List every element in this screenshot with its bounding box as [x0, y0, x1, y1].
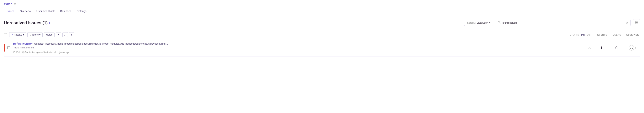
issue-id: VUE-1	[13, 51, 20, 54]
clock-icon: ⊙	[30, 34, 31, 36]
page-content: Unresolved Issues (1) ▾ Sort by: Last Se…	[0, 15, 644, 60]
page-title[interactable]: Unresolved Issues (1) ▾	[4, 20, 50, 25]
sparkline-chart	[567, 45, 592, 51]
page-header: Unresolved Issues (1) ▾ Sort by: Last Se…	[4, 19, 640, 26]
resolve-button[interactable]: ✓ Resolve ▾	[9, 32, 26, 37]
check-icon: ✓	[11, 34, 13, 36]
issue-time-text: 5 minutes ago — 5 minutes old	[25, 51, 57, 54]
issue-graph	[566, 45, 593, 51]
graph-24h-label[interactable]: 24h	[580, 33, 585, 36]
play-button[interactable]: ▶	[69, 32, 74, 37]
svg-point-7	[636, 23, 636, 24]
tab-releases[interactable]: Releases	[58, 7, 74, 15]
merge-label: Merge	[46, 33, 52, 36]
assignee-col-header: ASSIGNEE	[625, 33, 640, 36]
assignee-avatar	[629, 45, 634, 51]
play-icon: ▶	[71, 33, 72, 36]
star-bookmark-button[interactable]: ★	[56, 32, 61, 37]
resolve-label: Resolve	[14, 33, 22, 36]
issue-title-line: ReferenceError webpack-internal:///./nod…	[13, 42, 564, 45]
clock-icon	[22, 51, 24, 53]
sort-label: Sort by:	[467, 21, 476, 24]
assignee-chevron-icon[interactable]: ▾	[635, 47, 636, 49]
issue-time: 5 minutes ago — 5 minutes old	[22, 51, 57, 54]
severity-indicator	[4, 44, 4, 52]
issue-type[interactable]: ReferenceError	[13, 42, 33, 45]
issues-toolbar: ✓ Resolve ▾ ⊙ Ignore ▾ Merge ★ ... ▶ GRA…	[4, 30, 640, 39]
search-clear-icon[interactable]: ✕	[626, 21, 628, 24]
issue-checkbox[interactable]	[7, 46, 10, 49]
issue-events-count: 1	[595, 46, 608, 50]
star-icon[interactable]: ★	[14, 2, 16, 5]
events-col-header: EVENTS	[596, 33, 609, 36]
merge-button[interactable]: Merge	[44, 32, 54, 37]
issue-content: ReferenceError webpack-internal:///./nod…	[13, 42, 564, 54]
issue-tag: javascript	[60, 51, 69, 54]
sort-button[interactable]: Sort by: Last Seen ▾	[464, 20, 493, 26]
issue-assignee[interactable]: ▾	[625, 45, 640, 51]
tab-user-feedback[interactable]: User Feedback	[34, 7, 58, 15]
search-container: ✕	[496, 20, 630, 26]
issue-meta: VUE-1 5 minutes ago — 5 minutes old java…	[13, 51, 564, 54]
issue-message: webpack-internal:///./node_modules/babel…	[34, 42, 169, 45]
svg-point-5	[636, 21, 636, 22]
header-controls: Sort by: Last Seen ▾ ✕	[50, 19, 640, 26]
ignore-chevron-icon: ▾	[39, 33, 40, 36]
issue-subtitle: hello is not defined	[13, 46, 35, 49]
issue-users-count: 0	[610, 46, 623, 50]
logo-text: vue	[4, 1, 10, 5]
svg-line-1	[500, 23, 500, 24]
search-input[interactable]	[502, 21, 624, 24]
app-logo[interactable]: vue ▾	[4, 1, 12, 5]
tab-settings[interactable]: Settings	[74, 7, 89, 15]
svg-point-6	[637, 22, 637, 23]
page-title-text: Unresolved Issues (1)	[4, 20, 48, 25]
ignore-button[interactable]: ⊙ Ignore ▾	[27, 32, 42, 37]
graph-14d-label[interactable]: 14d	[586, 33, 590, 36]
logo-chevron-icon: ▾	[10, 2, 12, 5]
tab-issues[interactable]: Issues	[4, 7, 17, 15]
more-button[interactable]: ...	[62, 32, 68, 37]
filter-settings-button[interactable]	[633, 19, 640, 26]
graph-label: GRAPH:	[570, 33, 579, 36]
more-icon: ...	[64, 33, 66, 36]
svg-point-12	[631, 47, 632, 48]
nav-tabs: Issues Overview User Feedback Releases S…	[0, 7, 644, 15]
app-header: vue ▾ ★	[0, 0, 644, 7]
users-col-header: USERS	[610, 33, 624, 36]
search-icon	[498, 21, 500, 24]
select-all-checkbox[interactable]	[4, 33, 7, 36]
page-title-chevron-icon: ▾	[49, 21, 50, 24]
sort-chevron-icon: ▾	[489, 21, 490, 24]
ignore-label: Ignore	[32, 33, 38, 36]
tab-overview[interactable]: Overview	[17, 7, 34, 15]
table-row: ReferenceError webpack-internal:///./nod…	[4, 39, 640, 56]
resolve-chevron-icon: ▾	[23, 33, 24, 36]
issues-list: ReferenceError webpack-internal:///./nod…	[4, 39, 640, 56]
sort-value: Last Seen	[477, 21, 488, 24]
